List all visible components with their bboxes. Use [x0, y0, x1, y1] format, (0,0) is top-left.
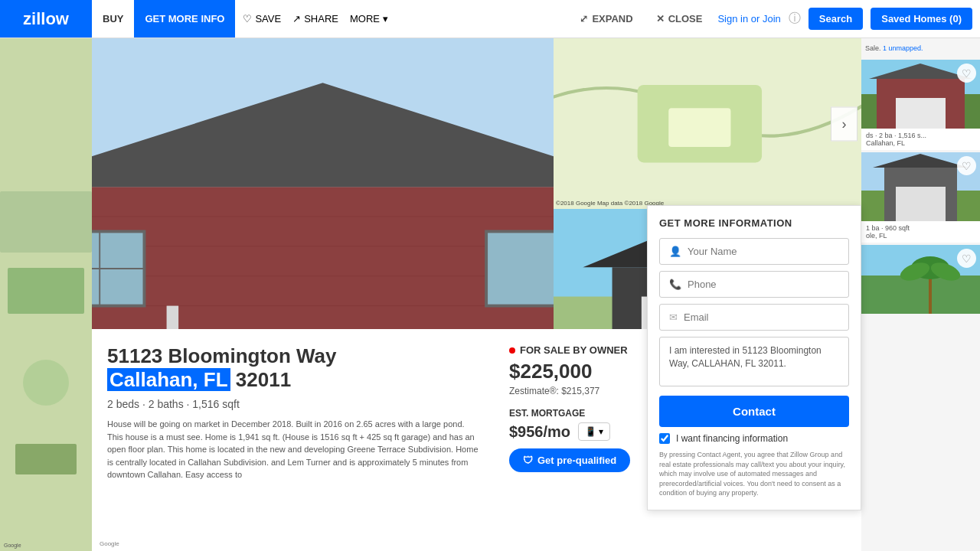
help-icon[interactable]: ⓘ: [789, 11, 801, 27]
share-icon: ↗: [292, 13, 301, 24]
calc-dropdown-icon: ▾: [599, 426, 603, 437]
listing-2-location: ole, FL: [866, 232, 975, 240]
close-icon: ✕: [656, 13, 665, 24]
save-listing-3-button[interactable]: ♡: [957, 249, 976, 268]
more-button[interactable]: MORE ▾: [350, 13, 388, 24]
side-photo-map[interactable]: ©2018 Google Map data ©2018 Google ›: [554, 38, 861, 209]
save-button[interactable]: ♡ SAVE: [243, 13, 281, 24]
save-listing-1-button[interactable]: ♡: [957, 64, 976, 83]
share-button[interactable]: ↗ SHARE: [292, 13, 338, 24]
svg-rect-60: [896, 187, 946, 221]
listing-card-3-img: ♡: [861, 245, 980, 314]
property-address: 51123 Bloomington Way Callahan, FL 32011: [107, 344, 482, 392]
listing-1-info: ds · 2 ba · 1,516 s... Callahan, FL: [861, 129, 980, 150]
financing-label: I want financing information: [676, 433, 788, 444]
property-specs: 2 beds · 2 baths · 1,516 sqft: [107, 398, 482, 410]
svg-rect-2: [8, 268, 84, 314]
svg-rect-62: [861, 276, 980, 314]
property-details-left: 51123 Bloomington Way Callahan, FL 32011…: [92, 329, 498, 551]
unmapped-notice: Sale. 1 unmapped.: [861, 42, 980, 54]
search-button[interactable]: Search: [808, 8, 863, 30]
property-description: House will be going on market in Decembe…: [107, 418, 482, 481]
phone-input[interactable]: [688, 279, 839, 290]
listing-card-2-img: ♡: [861, 152, 980, 221]
person-icon: 👤: [669, 246, 681, 257]
expand-icon: ⤢: [580, 13, 588, 24]
logo-area: zillow: [0, 0, 92, 37]
calculator-icon: 📱: [585, 426, 596, 437]
mortgage-amount: $956/mo: [509, 423, 570, 441]
map-thumbnail-svg: [554, 38, 861, 209]
listing-card-2[interactable]: ♡ 1 ba · 960 sqft ole, FL: [861, 152, 980, 243]
contact-button[interactable]: Contact: [659, 396, 849, 427]
phone-field[interactable]: 📞: [659, 271, 849, 298]
screencast-circle-icon: ⊙: [152, 487, 165, 505]
get-more-info-button[interactable]: GET MORE INFO: [134, 0, 235, 37]
map-svg: Google: [0, 38, 92, 551]
map-area[interactable]: Google: [0, 38, 92, 551]
svg-text:Google: Google: [4, 543, 21, 549]
listing-2-info: 1 ba · 960 sqft ole, FL: [861, 221, 980, 243]
name-field[interactable]: 👤: [659, 238, 849, 265]
save-listing-2-button[interactable]: ♡: [957, 156, 976, 175]
google-watermark: Google: [100, 540, 119, 547]
sign-in-link[interactable]: Sign in or Join: [717, 13, 780, 24]
svg-rect-1: [0, 191, 92, 253]
info-panel-title: GET MORE INFORMATION: [659, 217, 849, 229]
heart-save-icon: ♡: [243, 13, 252, 24]
message-textarea[interactable]: [659, 337, 849, 386]
screencast-watermark: RECORDED WITH ⊙ SCREENCAST-O-MATIC: [92, 487, 246, 505]
svg-rect-4: [15, 444, 77, 474]
listing-card-1[interactable]: ♡ ds · 2 ba · 1,516 s... Callahan, FL: [861, 60, 980, 150]
city-highlight: Callahan, FL: [107, 368, 230, 391]
listing-card-3[interactable]: ♡: [861, 245, 980, 314]
next-photo-button[interactable]: ›: [831, 106, 858, 141]
close-button[interactable]: ✕ CLOSE: [648, 9, 710, 28]
listing-2-specs: 1 ba · 960 sqft: [866, 224, 975, 232]
phone-icon: 📞: [669, 279, 681, 290]
listing-1-specs: ds · 2 ba · 1,516 s...: [866, 132, 975, 139]
shield-icon: 🛡: [523, 455, 533, 466]
saved-homes-button[interactable]: Saved Homes (0): [871, 8, 972, 30]
name-input[interactable]: [688, 246, 839, 257]
email-input[interactable]: [684, 311, 839, 323]
address-line1: 51123 Bloomington Way: [107, 344, 337, 367]
listing-card-1-img: ♡: [861, 60, 980, 129]
left-sidebar: FL Don't miss out! w homes are g d be th…: [0, 38, 92, 551]
financing-row: I want financing information: [659, 433, 849, 444]
financing-checkbox[interactable]: [659, 433, 670, 444]
svg-point-3: [23, 360, 69, 406]
for-sale-dot: [509, 347, 515, 354]
chevron-down-icon: ▾: [383, 13, 388, 24]
zip-code: 32011: [236, 368, 291, 391]
disclaimer-text: By pressing Contact Agent, you agree tha…: [659, 450, 849, 498]
svg-rect-55: [896, 98, 946, 129]
svg-rect-34: [668, 108, 730, 147]
unmapped-link[interactable]: 1 unmapped.: [883, 44, 923, 52]
email-field[interactable]: ✉: [659, 304, 849, 331]
top-bar: zillow BUY GET MORE INFO ♡ SAVE ↗ SHARE …: [0, 0, 980, 38]
zillow-logo: zillow: [23, 9, 69, 29]
email-icon: ✉: [669, 311, 678, 323]
buy-nav-button[interactable]: BUY: [92, 0, 134, 37]
mortgage-calculator-button[interactable]: 📱 ▾: [578, 422, 610, 441]
top-bar-right: ⤢ EXPAND ✕ CLOSE Sign in or Join ⓘ Searc…: [572, 8, 980, 30]
pre-qualified-button[interactable]: 🛡 Get pre-qualified: [509, 448, 630, 472]
listing-1-location: Callahan, FL: [866, 139, 975, 147]
expand-button[interactable]: ⤢ EXPAND: [572, 9, 640, 28]
info-panel: GET MORE INFORMATION 👤 📞 ✉ Contact I wan…: [647, 205, 861, 510]
right-sidebar: Sale. 1 unmapped. ♡ ds · 2 ba · 1,516 s.…: [861, 38, 980, 551]
svg-rect-29: [486, 231, 554, 305]
